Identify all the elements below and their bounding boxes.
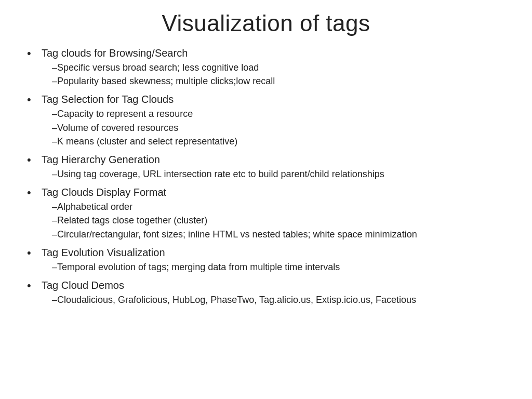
bullet-icon: •: [27, 152, 42, 168]
sub-list-item: –Capacity to represent a resource: [42, 108, 505, 121]
sub-list-item: –Specific versus broad search; less cogn…: [42, 61, 505, 74]
sub-list: –Specific versus broad search; less cogn…: [42, 61, 505, 88]
main-content: •Tag clouds for Browsing/Search–Specific…: [27, 46, 505, 311]
dash-icon: –: [42, 294, 57, 307]
page-title: Visualization of tags: [162, 10, 370, 36]
dash-icon: –: [42, 214, 57, 227]
bullet-icon: •: [27, 245, 42, 261]
dash-icon: –: [42, 61, 57, 74]
sub-list-item: –Using tag coverage, URL intersection ra…: [42, 168, 505, 181]
sub-item-text: Specific versus broad search; less cogni…: [57, 61, 505, 74]
sub-list-item: –Temporal evolution of tags; merging dat…: [42, 261, 505, 274]
sub-list: –Temporal evolution of tags; merging dat…: [42, 261, 505, 274]
sub-list: –Using tag coverage, URL intersection ra…: [42, 168, 505, 181]
main-list: •Tag clouds for Browsing/Search–Specific…: [27, 46, 505, 309]
dash-icon: –: [42, 228, 57, 241]
main-list-item: •Tag Selection for Tag Clouds–Capacity t…: [27, 92, 505, 150]
main-item-label: Tag Selection for Tag Clouds: [42, 92, 505, 107]
sub-list: –Capacity to represent a resource–Volume…: [42, 108, 505, 148]
dash-icon: –: [42, 261, 57, 274]
sub-list-item: –Related tags close together (cluster): [42, 214, 505, 227]
main-list-item: •Tag clouds for Browsing/Search–Specific…: [27, 46, 505, 90]
sub-item-text: Temporal evolution of tags; merging data…: [57, 261, 505, 274]
dash-icon: –: [42, 168, 57, 181]
dash-icon: –: [42, 135, 57, 148]
dash-icon: –: [42, 108, 57, 121]
main-list-item: •Tag Cloud Demos–Cloudalicious, Grafolic…: [27, 278, 505, 309]
sub-list-item: –Alphabetical order: [42, 201, 505, 214]
main-list-item: •Tag Hierarchy Generation–Using tag cove…: [27, 152, 505, 183]
bullet-icon: •: [27, 46, 42, 61]
main-list-item: •Tag Clouds Display Format–Alphabetical …: [27, 185, 505, 243]
sub-list: –Alphabetical order–Related tags close t…: [42, 201, 505, 241]
bullet-icon: •: [27, 92, 42, 108]
sub-item-text: Using tag coverage, URL intersection rat…: [57, 168, 505, 181]
sub-item-text: Volume of covered resources: [57, 122, 505, 135]
sub-item-text: Capacity to represent a resource: [57, 108, 505, 121]
bullet-icon: •: [27, 185, 42, 201]
main-list-item: •Tag Evolution Visualization–Temporal ev…: [27, 245, 505, 276]
sub-list: –Cloudalicious, Grafolicious, HubLog, Ph…: [42, 294, 505, 307]
sub-item-text: Alphabetical order: [57, 201, 505, 214]
dash-icon: –: [42, 122, 57, 135]
sub-item-text: Cloudalicious, Grafolicious, HubLog, Pha…: [57, 294, 505, 307]
sub-list-item: –K means (cluster and select representat…: [42, 135, 505, 148]
sub-list-item: –Popularity based skewness; multiple cli…: [42, 75, 505, 88]
main-item-label: Tag Clouds Display Format: [42, 185, 505, 200]
main-item-label: Tag clouds for Browsing/Search: [42, 46, 505, 60]
bullet-icon: •: [27, 278, 42, 294]
dash-icon: –: [42, 201, 57, 214]
main-item-label: Tag Hierarchy Generation: [42, 152, 505, 167]
sub-item-text: K means (cluster and select representati…: [57, 135, 505, 148]
main-item-label: Tag Cloud Demos: [42, 278, 505, 292]
sub-list-item: –Cloudalicious, Grafolicious, HubLog, Ph…: [42, 294, 505, 307]
sub-list-item: –Volume of covered resources: [42, 122, 505, 135]
dash-icon: –: [42, 75, 57, 88]
sub-item-text: Popularity based skewness; multiple clic…: [57, 75, 505, 88]
main-item-label: Tag Evolution Visualization: [42, 245, 505, 260]
sub-list-item: –Circular/rectangular, font sizes; inlin…: [42, 228, 505, 241]
sub-item-text: Circular/rectangular, font sizes; inline…: [57, 228, 505, 241]
sub-item-text: Related tags close together (cluster): [57, 214, 505, 227]
